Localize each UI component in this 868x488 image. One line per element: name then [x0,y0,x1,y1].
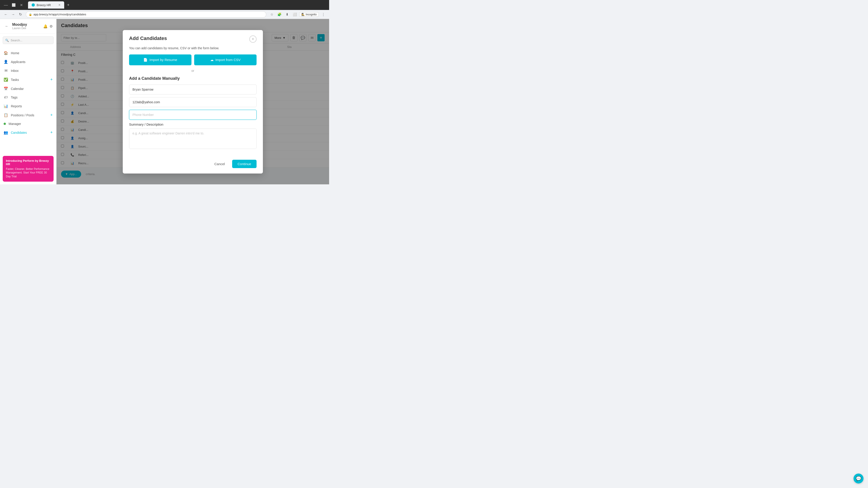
nav-item-candidates[interactable]: 👥 Candidates + [0,128,56,137]
url-bar[interactable]: 🔒 app.breezy.hr/app/c/moodjoy/candidates [26,11,266,18]
nav-item-applicants[interactable]: 👤 Applicants [0,57,56,66]
menu-button[interactable]: ⋮ [320,11,327,18]
search-placeholder: Search... [11,39,22,42]
active-tab[interactable]: Breezy HR ✕ [28,1,64,8]
nav-item-manager[interactable]: Manager [0,120,56,128]
address-bar-actions: ☆ 🧩 ⬇ ⬜ 🕵 Incognito ⋮ [269,11,327,18]
sidebar-nav: 🏠 Home 👤 Applicants ✉ Inbox ✅ Tasks + 📅 … [0,47,56,153]
promo-text: Faster, Cleaner, Better Performance Mana… [6,167,51,178]
nav-label-inbox: Inbox [11,69,19,72]
back-button[interactable]: ← [3,11,9,18]
promo-title: Introducing Perform by Breezy HR [6,159,51,166]
modal-close-button[interactable]: × [249,35,256,43]
home-icon: 🏠 [4,51,8,55]
or-text: or [191,69,194,72]
nav-label-tags: Tags [11,96,18,99]
tab-close-button[interactable]: ✕ [58,3,61,6]
browser-chrome: — ⬜ ✕ Breezy HR ✕ + [0,0,329,10]
nav-label-manager: Manager [8,122,21,126]
nav-label-applicants: Applicants [11,60,26,64]
sidebar-header: ← Moodjoy Lauren Deli 🔔 ⚙ [0,19,56,34]
modal-description: You can add candidates by resume, CSV or… [129,46,256,50]
modal-overlay[interactable]: Add Candidates × You can add candidates … [57,19,329,184]
nav-label-calendar: Calendar [11,87,24,91]
reports-icon: 📊 [4,104,8,108]
settings-icon[interactable]: ⚙ [50,24,53,29]
candidates-add-icon[interactable]: + [50,130,53,135]
tab-title: Breezy HR [37,3,51,7]
import-buttons: 📄 Import by Resume ☁ Import from CSV [129,55,256,65]
incognito-badge: 🕵 Incognito [299,12,319,17]
import-csv-label: Import from CSV [215,58,241,62]
nav-item-calendar[interactable]: 📅 Calendar [0,84,56,93]
inbox-icon: ✉ [4,68,8,73]
browser-controls: — ⬜ ✕ [3,2,24,8]
tasks-add-icon[interactable]: + [50,77,53,82]
modal-body: You can add candidates by resume, CSV or… [123,43,263,156]
tasks-icon: ✅ [4,77,8,82]
sidebar-search[interactable]: 🔍 Search... [3,36,54,44]
positions-add-icon[interactable]: + [50,113,53,118]
incognito-icon: 🕵 [301,13,305,16]
positions-icon: 📋 [4,113,8,117]
nav-item-inbox[interactable]: ✉ Inbox [0,66,56,75]
browser-restore[interactable]: ⬜ [10,2,17,8]
tab-bar: Breezy HR ✕ + [28,1,71,8]
browser-close[interactable]: ✕ [18,2,24,8]
modal-footer: Cancel Continue [123,156,263,173]
nav-label-home: Home [11,51,19,55]
tags-icon: 🏷 [4,95,8,99]
sidebar-header-actions: 🔔 ⚙ [43,24,53,29]
app-layout: ← Moodjoy Lauren Deli 🔔 ⚙ 🔍 Search... 🏠 … [0,19,329,184]
phone-input[interactable] [129,110,256,120]
continue-button[interactable]: Continue [232,160,256,168]
applicants-icon: 👤 [4,60,8,64]
import-resume-label: Import by Resume [149,58,177,62]
nav-label-candidates: Candidates [11,131,27,134]
nav-item-tasks[interactable]: ✅ Tasks + [0,75,56,84]
company-user: Lauren Deli [12,27,41,30]
download-button[interactable]: ⬇ [284,11,290,18]
nav-item-positions[interactable]: 📋 Positions / Pools + [0,110,56,120]
modal-header: Add Candidates × [123,30,263,43]
summary-textarea[interactable] [129,129,256,149]
nav-label-positions: Positions / Pools [11,113,34,117]
profile-button[interactable]: ⬜ [291,11,298,18]
sidebar-back-button[interactable]: ← [4,23,10,29]
nav-item-home[interactable]: 🏠 Home [0,48,56,57]
reload-button[interactable]: ↻ [17,11,24,18]
nav-buttons: ← → ↻ [3,11,24,18]
import-csv-button[interactable]: ☁ Import from CSV [194,55,256,65]
sidebar: ← Moodjoy Lauren Deli 🔔 ⚙ 🔍 Search... 🏠 … [0,19,57,184]
incognito-label: Incognito [306,13,317,16]
notification-icon[interactable]: 🔔 [43,24,48,29]
browser-minimize[interactable]: — [3,2,9,8]
name-input[interactable] [129,85,256,94]
nav-item-tags[interactable]: 🏷 Tags [0,93,56,102]
phone-field-container [129,110,256,120]
extensions-button[interactable]: 🧩 [276,11,283,18]
search-icon: 🔍 [5,39,9,42]
summary-field-container [129,129,256,150]
nav-label-reports: Reports [11,104,22,108]
calendar-icon: 📅 [4,87,8,91]
summary-label: Summary / Description [129,123,256,126]
resume-icon: 📄 [143,58,148,62]
add-candidates-modal: Add Candidates × You can add candidates … [123,30,263,173]
bookmark-button[interactable]: ☆ [269,11,275,18]
modal-title: Add Candidates [129,35,167,41]
address-bar: ← → ↻ 🔒 app.breezy.hr/app/c/moodjoy/cand… [0,10,329,19]
company-info: Moodjoy Lauren Deli [12,23,41,30]
main-content: Candidates More ▼ 🗑 💬 ✉ + Address Desire… [57,19,329,184]
url-text: app.breezy.hr/app/c/moodjoy/candidates [33,13,86,16]
csv-icon: ☁ [210,58,214,62]
manager-dot [4,123,6,125]
lock-icon: 🔒 [29,13,32,16]
cancel-button[interactable]: Cancel [211,160,228,168]
import-resume-button[interactable]: 📄 Import by Resume [129,55,191,65]
sidebar-promo[interactable]: Introducing Perform by Breezy HR Faster,… [3,156,54,182]
forward-button[interactable]: → [10,11,16,18]
nav-item-reports[interactable]: 📊 Reports [0,102,56,110]
email-input[interactable] [129,97,256,107]
new-tab-button[interactable]: + [65,2,71,8]
